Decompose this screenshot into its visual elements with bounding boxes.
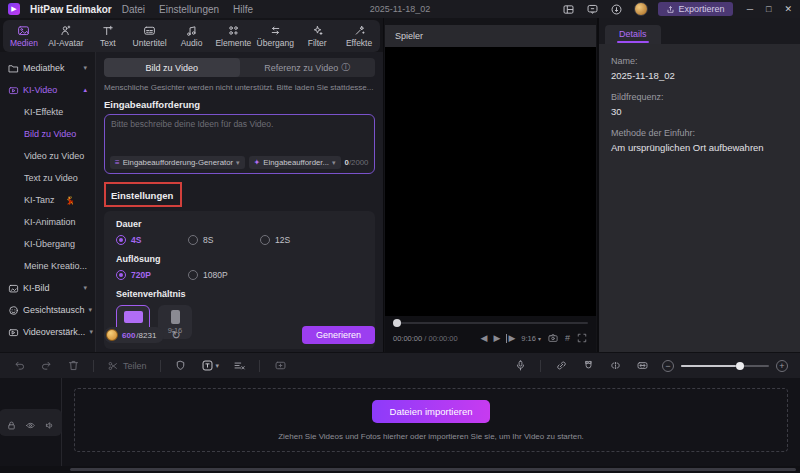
export-button[interactable]: Exportieren <box>658 2 733 16</box>
grid-icon[interactable]: # <box>565 333 570 343</box>
next-frame-button[interactable]: ▶ <box>506 334 515 343</box>
menu-einstellungen[interactable]: Einstellungen <box>159 4 219 15</box>
tab-untertitel[interactable]: Untertitel <box>129 24 171 48</box>
tab-ai-avatar[interactable]: AI-Avatar <box>45 24 87 48</box>
menu-hilfe[interactable]: Hilfe <box>233 4 253 15</box>
redo-icon[interactable] <box>39 359 53 373</box>
framerate-label: Bildfrequenz: <box>611 92 788 102</box>
resolution-option-720p[interactable]: 720P <box>116 270 158 280</box>
link-icon[interactable] <box>554 359 568 373</box>
previous-frame-button[interactable]: ◀ <box>481 334 488 343</box>
mode-tab-referenz-zu-video[interactable]: Referenz zu Video ⓘ <box>240 58 376 77</box>
toolbar-right: − + <box>513 359 788 373</box>
user-avatar[interactable] <box>634 2 648 16</box>
main-region: Medien AI-Avatar Text Untertitel Audio <box>0 18 800 352</box>
video-preview[interactable] <box>385 47 596 316</box>
zoom-slider-handle[interactable] <box>736 362 744 370</box>
tab-audio[interactable]: Audio <box>171 24 213 48</box>
sidebar-item-ki-animation[interactable]: KI-Animation <box>4 211 91 233</box>
split-button[interactable]: Teilen <box>107 360 147 372</box>
tab-details[interactable]: Details <box>605 25 661 44</box>
layout-panels-icon[interactable] <box>562 2 576 16</box>
magnet-icon[interactable] <box>581 359 595 373</box>
sidebar-item-mediathek[interactable]: Mediathek ▾ <box>4 57 91 79</box>
filter-icon <box>311 24 324 37</box>
mode-tab-bild-zu-video[interactable]: Bild zu Video <box>104 58 240 77</box>
prompt-generator-dropdown[interactable]: ≡ Eingabeaufforderung-Generator ▾ <box>110 156 245 169</box>
settings-annotation-box: Einstellungen <box>104 182 182 207</box>
video-icon <box>8 85 19 96</box>
import-files-button[interactable]: Dateien importieren <box>372 400 491 423</box>
zoom-to-clip-icon[interactable] <box>273 359 287 373</box>
import-method-value: Am ursprünglichen Ort aufbewahren <box>611 142 788 153</box>
sidebar-item-ki-bild[interactable]: KI-Bild ▾ <box>4 277 91 299</box>
timeline-toolbar: Teilen ▾ <box>0 352 800 378</box>
delete-icon[interactable] <box>66 359 80 373</box>
coin-icon <box>106 329 118 341</box>
sidebar-item-ki-uebergang[interactable]: KI-Übergang <box>4 233 91 255</box>
zoom-in-button[interactable]: + <box>776 360 788 372</box>
player-controls: 00:00:00 / 00:00:00 ◀ ▶ ▶ 9:16 ▾ # <box>385 316 596 352</box>
tab-text[interactable]: Text <box>87 24 129 48</box>
radio-icon <box>260 235 270 245</box>
tab-medien[interactable]: Medien <box>3 24 45 48</box>
sidebar-item-video-zu-video[interactable]: Video zu Video <box>4 145 91 167</box>
dropdown-caret-icon: ▾ <box>216 362 220 370</box>
timecode: 00:00:00 / 00:00:00 <box>393 334 458 343</box>
divider <box>160 360 161 372</box>
microphone-icon[interactable] <box>513 359 527 373</box>
generate-button[interactable]: Generieren <box>302 326 375 344</box>
lock-icon[interactable] <box>6 417 17 428</box>
sidebar-item-ki-effekte[interactable]: KI-Effekte <box>4 101 91 123</box>
tab-elemente[interactable]: Elemente <box>212 24 254 48</box>
optimizer-icon: ✦ <box>254 158 261 167</box>
sidebar-item-videoverstaerkung[interactable]: Videoverstärk... ▾ <box>4 321 91 343</box>
player-header: Spieler <box>385 25 596 47</box>
sidebar-item-bild-zu-video[interactable]: Bild zu Video <box>4 123 91 145</box>
tab-effekte[interactable]: Effekte <box>338 24 380 48</box>
split-view-icon[interactable] <box>608 359 622 373</box>
duration-option-8s[interactable]: 8S <box>188 235 230 245</box>
speaker-icon[interactable] <box>44 417 55 428</box>
zoom-slider-track[interactable] <box>681 365 769 367</box>
timeline-zoom-control: − + <box>662 360 788 372</box>
maximize-button[interactable]: □ <box>766 4 771 14</box>
sidebar-item-ki-tanz[interactable]: KI-Tanz 💃 <box>4 189 91 211</box>
horizontal-scrollbar[interactable] <box>70 468 796 471</box>
tab-filter[interactable]: Filter <box>296 24 338 48</box>
sidebar-item-gesichtstausch[interactable]: Gesichtstausch ▾ <box>4 299 91 321</box>
feedback-icon[interactable] <box>586 2 600 16</box>
sidebar-item-ki-video[interactable]: KI-Video ▴ <box>4 79 91 101</box>
seek-handle[interactable] <box>393 319 401 327</box>
resolution-option-1080p[interactable]: 1080P <box>188 270 230 280</box>
undo-icon[interactable] <box>12 359 26 373</box>
seek-bar[interactable] <box>393 319 588 327</box>
sidebar-item-meine-kreationen[interactable]: Meine Kreatio... <box>4 255 91 277</box>
remove-silence-icon[interactable] <box>232 359 246 373</box>
sidebar-item-text-zu-video[interactable]: Text zu Video <box>4 167 91 189</box>
close-button[interactable]: ✕ <box>784 4 792 14</box>
media-drop-zone[interactable]: Dateien importieren Ziehen Sie Videos un… <box>74 388 788 452</box>
download-icon[interactable] <box>610 2 624 16</box>
project-title: 2025-11-18_02 <box>370 4 430 14</box>
play-button[interactable]: ▶ <box>494 334 501 343</box>
eye-icon[interactable] <box>25 417 36 428</box>
fit-timeline-icon[interactable] <box>635 359 649 373</box>
timeline-area: Dateien importieren Ziehen Sie Videos un… <box>0 378 800 466</box>
text-tool-button[interactable]: ▾ <box>201 359 220 372</box>
prompt-input[interactable] <box>111 119 368 147</box>
badge-icon[interactable] <box>174 359 188 373</box>
prompt-optimizer-dropdown[interactable]: ✦ Eingabeaufforder... ▾ <box>249 156 341 169</box>
zoom-out-button[interactable]: − <box>662 360 674 372</box>
duration-option-12s[interactable]: 12S <box>260 235 302 245</box>
folder-icon <box>8 63 19 74</box>
menu-datei[interactable]: Datei <box>122 4 145 15</box>
fullscreen-icon[interactable] <box>576 332 588 344</box>
duration-option-4s[interactable]: 4S <box>116 235 158 245</box>
tab-uebergang[interactable]: Übergang <box>254 24 296 48</box>
chevron-down-icon: ▾ <box>83 284 87 292</box>
preview-ratio-dropdown[interactable]: 9:16 ▾ <box>521 334 541 343</box>
refresh-icon[interactable]: ↻ <box>171 329 180 342</box>
snapshot-icon[interactable] <box>547 332 559 344</box>
minimize-button[interactable]: ─ <box>747 4 753 14</box>
